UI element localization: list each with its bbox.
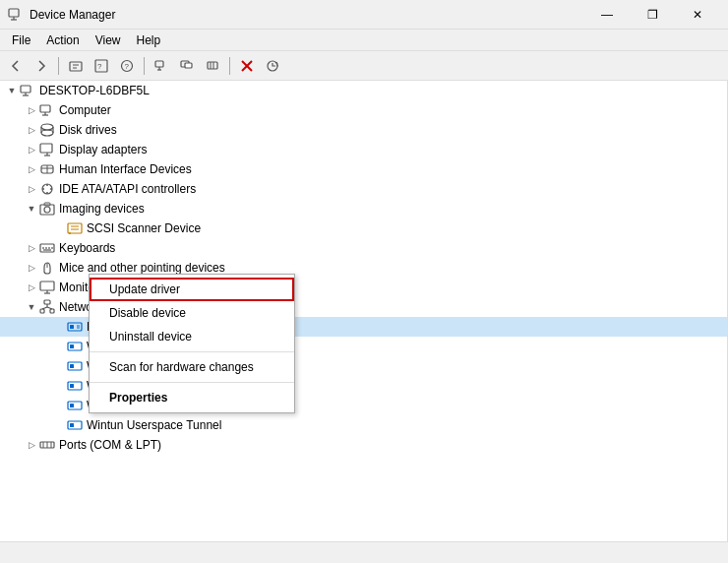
toolbar-display-3[interactable]	[201, 55, 224, 77]
menu-help[interactable]: Help	[129, 30, 169, 51]
disk-label: Disk drives	[59, 123, 117, 137]
menu-action[interactable]: Action	[38, 30, 87, 51]
ide-label: IDE ATA/ATAPI controllers	[59, 182, 196, 196]
toolbar-scan[interactable]	[261, 55, 284, 77]
toggle-ports[interactable]: ▷	[24, 437, 39, 453]
svg-line-63	[42, 307, 47, 309]
toolbar-display-2[interactable]	[175, 55, 199, 77]
wintun-label: Wintun Userspace Tunnel	[87, 418, 221, 432]
svg-point-30	[41, 130, 53, 136]
title-bar: Device Manager — ❐ ✕	[0, 0, 728, 30]
toggle-keyboards[interactable]: ▷	[24, 240, 39, 256]
svg-rect-60	[40, 309, 44, 313]
wintun-icon	[67, 417, 83, 433]
context-menu-disable[interactable]: Disable device	[90, 301, 294, 325]
context-menu: Update driver Disable device Uninstall d…	[89, 274, 295, 413]
context-menu-uninstall[interactable]: Uninstall device	[90, 325, 294, 348]
tree-root[interactable]: ▼ DESKTOP-L6DBF5L	[0, 81, 727, 100]
toolbar-disable[interactable]	[235, 55, 259, 77]
close-button[interactable]: ✕	[675, 0, 720, 30]
toolbar-sep-2	[144, 57, 145, 75]
menu-file[interactable]: File	[4, 30, 38, 51]
scsi-label: SCSI Scanner Device	[87, 221, 201, 235]
context-menu-sep-2	[90, 382, 294, 383]
toolbar-display-1[interactable]	[150, 55, 173, 77]
svg-text:?: ?	[97, 62, 102, 71]
tree-item-display[interactable]: ▷ Display adapters	[0, 140, 727, 159]
tree-item-scsi[interactable]: ▷ SCSI Scanner Device	[0, 219, 727, 238]
device-tree[interactable]: ▼ DESKTOP-L6DBF5L ▷ Computer	[0, 81, 728, 541]
svg-rect-66	[70, 325, 74, 329]
root-label: DESKTOP-L6DBF5L	[39, 84, 150, 97]
toolbar-sep-3	[229, 57, 230, 75]
svg-rect-59	[44, 300, 50, 304]
window-controls: — ❐ ✕	[584, 0, 720, 30]
toggle-ide[interactable]: ▷	[24, 181, 39, 197]
toggle-monitors[interactable]: ▷	[24, 280, 39, 295]
tree-item-computer[interactable]: ▷ Computer	[0, 100, 727, 120]
toggle-hid[interactable]: ▷	[24, 161, 39, 177]
tree-item-keyboards[interactable]: ▷ Keyboards	[0, 238, 727, 258]
toolbar-properties[interactable]	[64, 55, 88, 77]
ports-label: Ports (COM & LPT)	[59, 438, 161, 452]
svg-text:?: ?	[125, 62, 130, 71]
scsi-icon	[67, 220, 83, 236]
toggle-imaging[interactable]: ▼	[24, 201, 39, 217]
toolbar-update-driver[interactable]: ?	[90, 55, 113, 77]
realtek-icon	[67, 319, 83, 335]
menu-bar: File Action View Help	[0, 30, 728, 51]
computer-icon	[39, 102, 55, 118]
context-menu-properties[interactable]: Properties	[90, 386, 294, 409]
menu-view[interactable]: View	[88, 30, 129, 51]
svg-rect-78	[70, 423, 74, 427]
tree-item-ide[interactable]: ▷ IDE ATA/ATAPI controllers	[0, 179, 727, 199]
svg-rect-61	[50, 309, 54, 313]
svg-rect-45	[68, 223, 82, 233]
toggle-display[interactable]: ▷	[24, 142, 39, 157]
computer-label: Computer	[59, 103, 111, 117]
tree-toggle-root[interactable]: ▼	[4, 83, 20, 98]
display-icon	[39, 142, 55, 157]
toggle-network[interactable]: ▼	[24, 299, 39, 315]
mice-label: Mice and other pointing devices	[59, 261, 225, 275]
keyboards-icon	[39, 240, 55, 256]
svg-point-48	[69, 232, 71, 234]
context-menu-sep-1	[90, 351, 294, 352]
svg-rect-24	[40, 105, 50, 112]
svg-point-43	[44, 207, 50, 213]
tree-item-hid[interactable]: ▷ Human Interface Devices	[0, 159, 727, 179]
wan-sstp-icon	[67, 398, 83, 413]
svg-rect-0	[9, 9, 19, 17]
window-title: Device Manager	[30, 8, 584, 22]
toggle-mice[interactable]: ▷	[24, 260, 39, 276]
tree-item-imaging[interactable]: ▼ Imaging devices	[0, 199, 727, 219]
keyboards-label: Keyboards	[59, 241, 115, 255]
toggle-computer[interactable]: ▷	[24, 102, 39, 118]
mice-icon	[39, 260, 55, 276]
imaging-label: Imaging devices	[59, 202, 145, 216]
network-icon	[39, 299, 55, 315]
ports-icon	[39, 437, 55, 453]
svg-rect-3	[70, 62, 82, 71]
svg-rect-70	[70, 344, 74, 348]
monitors-icon	[39, 280, 55, 295]
toolbar-help[interactable]: ?	[115, 55, 139, 77]
toolbar-back[interactable]	[4, 55, 28, 77]
main-content: ▼ DESKTOP-L6DBF5L ▷ Computer	[0, 81, 728, 541]
tree-item-wintun[interactable]: ▷ Wintun Userspace Tunnel	[0, 415, 727, 435]
svg-rect-10	[155, 61, 163, 67]
minimize-button[interactable]: —	[584, 0, 630, 30]
toggle-disk[interactable]: ▷	[24, 122, 39, 138]
toolbar-forward[interactable]	[30, 55, 53, 77]
svg-rect-76	[70, 404, 74, 407]
status-bar	[0, 541, 728, 563]
svg-rect-15	[208, 62, 217, 69]
tree-item-ports[interactable]: ▷ Ports (COM & LPT)	[0, 435, 727, 455]
tree-item-disk[interactable]: ▷ Disk drives	[0, 120, 727, 140]
disk-icon	[39, 122, 55, 138]
context-menu-update-driver[interactable]: Update driver	[90, 278, 294, 301]
hid-label: Human Interface Devices	[59, 162, 192, 176]
svg-rect-31	[40, 144, 52, 153]
maximize-button[interactable]: ❐	[630, 0, 675, 30]
context-menu-scan[interactable]: Scan for hardware changes	[90, 355, 294, 379]
